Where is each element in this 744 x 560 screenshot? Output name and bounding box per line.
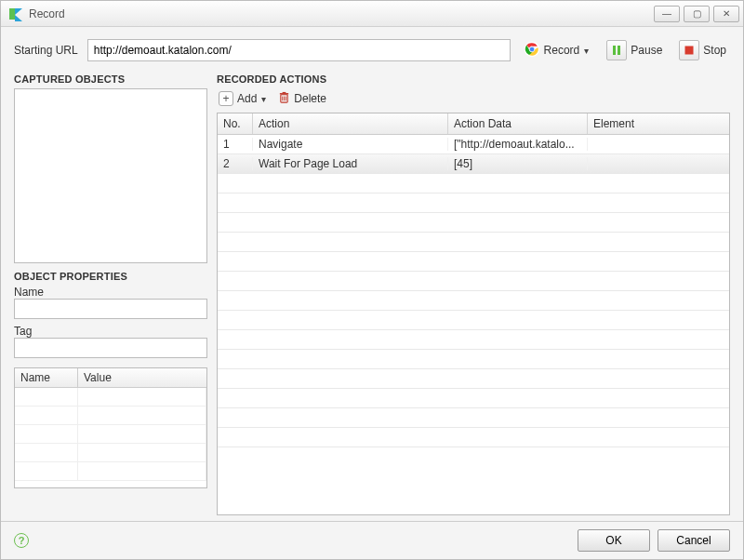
stop-button[interactable]: Stop xyxy=(675,38,730,62)
cancel-button[interactable]: Cancel xyxy=(658,529,730,552)
pause-label: Pause xyxy=(631,44,662,57)
table-row[interactable]: 2Wait For Page Load[45] xyxy=(218,154,729,174)
table-row xyxy=(218,233,729,252)
recorded-actions-title: RECORDED ACTIONS xyxy=(217,73,730,85)
starting-url-label: Starting URL xyxy=(14,44,78,57)
table-row xyxy=(218,252,729,272)
pause-icon xyxy=(606,40,627,60)
property-tag-input[interactable] xyxy=(14,338,207,358)
trash-icon xyxy=(278,91,290,106)
help-icon[interactable]: ? xyxy=(14,533,29,548)
table-row[interactable]: 1Navigate["http://demoaut.katalo... xyxy=(218,135,729,154)
table-row xyxy=(218,291,729,311)
table-row xyxy=(218,311,729,330)
table-row xyxy=(218,330,729,350)
table-row xyxy=(218,389,729,408)
record-label: Record xyxy=(544,44,580,57)
props-header-name: Name xyxy=(15,368,78,387)
recorded-actions-table[interactable]: No. Action Action Data Element 1Navigate… xyxy=(217,113,730,515)
table-row xyxy=(218,272,729,291)
table-row xyxy=(218,350,729,369)
property-tag-label: Tag xyxy=(14,325,207,338)
svg-rect-0 xyxy=(9,8,15,20)
chevron-down-icon: ▾ xyxy=(584,46,589,56)
props-header-value: Value xyxy=(78,368,206,387)
table-row xyxy=(218,428,729,447)
property-name-input[interactable] xyxy=(14,299,207,319)
object-properties-title: OBJECT PROPERTIES xyxy=(14,271,207,282)
svg-rect-8 xyxy=(685,47,694,55)
minimize-button[interactable]: — xyxy=(654,6,680,22)
table-row xyxy=(218,408,729,428)
svg-rect-6 xyxy=(613,46,616,55)
add-action-button[interactable]: + Add ▾ xyxy=(217,90,269,107)
captured-objects-tree[interactable] xyxy=(14,88,207,263)
url-toolbar: Starting URL Record ▾ Pause Stop xyxy=(14,38,730,62)
svg-rect-11 xyxy=(283,92,286,93)
chevron-down-icon: ▾ xyxy=(261,94,266,104)
table-row xyxy=(218,174,729,193)
col-no: No. xyxy=(218,113,253,134)
delete-action-button[interactable]: Delete xyxy=(276,90,328,107)
stop-icon xyxy=(679,40,699,60)
col-action-data: Action Data xyxy=(448,113,588,134)
plus-icon: + xyxy=(219,91,233,106)
dialog-footer: ? OK Cancel xyxy=(1,521,743,559)
col-action: Action xyxy=(253,113,448,134)
close-button[interactable]: ✕ xyxy=(713,6,739,22)
property-name-label: Name xyxy=(14,286,207,299)
maximize-button[interactable]: ▢ xyxy=(684,6,710,22)
captured-objects-title: CAPTURED OBJECTS xyxy=(14,73,207,85)
svg-rect-7 xyxy=(618,46,620,55)
svg-marker-1 xyxy=(15,8,22,15)
object-properties-table[interactable]: Name Value xyxy=(14,367,207,488)
delete-label: Delete xyxy=(294,92,326,105)
svg-marker-2 xyxy=(15,15,22,21)
katalon-icon xyxy=(8,7,23,21)
pause-button[interactable]: Pause xyxy=(603,38,666,62)
record-button[interactable]: Record ▾ xyxy=(520,39,594,62)
window-title: Record xyxy=(29,7,65,20)
ok-button[interactable]: OK xyxy=(578,529,650,552)
starting-url-input[interactable] xyxy=(87,39,511,61)
add-label: Add xyxy=(237,92,257,105)
table-row xyxy=(218,369,729,389)
chrome-icon xyxy=(524,41,540,60)
table-row xyxy=(218,213,729,233)
svg-rect-10 xyxy=(280,93,288,94)
titlebar: Record — ▢ ✕ xyxy=(1,1,743,27)
stop-label: Stop xyxy=(703,44,726,57)
table-row xyxy=(218,193,729,213)
record-dialog: Record — ▢ ✕ Starting URL Record ▾ Pause xyxy=(0,0,744,560)
col-element: Element xyxy=(588,113,729,134)
